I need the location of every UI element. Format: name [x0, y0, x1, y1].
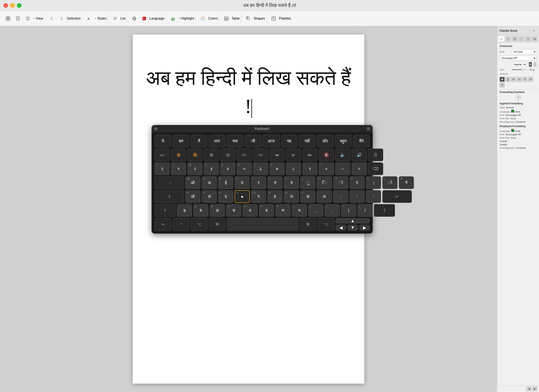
kb-bright-down[interactable]: 🔅	[171, 149, 186, 161]
kb-equals[interactable]: = =	[352, 162, 367, 175]
style-btn-a-super[interactable]: AA	[517, 77, 522, 82]
palette-tab-para[interactable]: ≡	[525, 36, 531, 42]
style-btn-s[interactable]: S	[511, 77, 516, 82]
kb-f[interactable]: Co: ग	[251, 190, 266, 203]
kb-cmd-left[interactable]: ⌘	[209, 218, 226, 231]
kb-caps-extra[interactable]: श ओ	[185, 190, 200, 203]
palette-tab-t[interactable]: T	[505, 36, 511, 42]
kb-suggest-aur[interactable]: और	[317, 135, 334, 147]
kb-f6[interactable]: F6	[253, 149, 268, 161]
kb-bracket-close[interactable]: [ ।	[366, 176, 381, 189]
palette-tab-a[interactable]: A	[498, 36, 505, 42]
kb-arrow-down[interactable]: ▼	[347, 225, 358, 231]
kb-g[interactable]: झ ह	[267, 190, 283, 203]
font-size-slider[interactable]	[512, 69, 529, 70]
kb-m[interactable]: ◌ म	[292, 204, 307, 217]
kb-f5[interactable]: F5	[237, 149, 252, 161]
kb-6[interactable]: ^ ६	[253, 162, 268, 175]
kb-7[interactable]: & ७	[270, 162, 285, 175]
kb-minus[interactable]: – –	[335, 162, 350, 175]
kb-next-track[interactable]: ⏭	[302, 149, 318, 161]
kb-z[interactable]: क्ष ष	[193, 204, 208, 217]
kb-tab[interactable]: →|	[154, 176, 184, 189]
font-name-select[interactable]: Devanagari MT	[500, 56, 536, 60]
palette-tab-grid[interactable]: ⊞	[532, 36, 538, 42]
kb-menu[interactable]: ☰	[368, 149, 383, 161]
italic-toggle-i[interactable]: I	[534, 62, 536, 67]
kb-suggest-yeh[interactable]: यह	[281, 135, 298, 147]
kb-cmd-right[interactable]: ⌘	[299, 218, 316, 231]
kb-suggest-ji[interactable]: जी	[245, 135, 261, 147]
kb-shift-extra[interactable]: ◌ ड	[177, 204, 192, 217]
highlight-btn[interactable]: Aa	[168, 14, 178, 24]
kb-quote[interactable]: ' '	[366, 190, 381, 203]
shapes-btn[interactable]	[244, 14, 253, 24]
palettes-btn[interactable]	[269, 14, 278, 24]
kb-2[interactable]: @ २	[187, 162, 202, 175]
keyboard-close-btn[interactable]: ×	[154, 127, 158, 130]
kb-suggest-main[interactable]: मैं	[191, 135, 207, 147]
style-btn-u[interactable]: U	[505, 77, 510, 82]
kb-arrow-left[interactable]: ◀	[336, 225, 346, 231]
kb-play-pause[interactable]: ⏯	[286, 149, 301, 161]
view-grid-btn[interactable]	[3, 14, 13, 24]
kb-ctrl[interactable]: ^	[173, 218, 189, 231]
kb-e[interactable]: ई ई	[218, 176, 233, 189]
kb-s[interactable]: ध द	[218, 190, 233, 203]
kb-prev-track[interactable]: ⏮	[270, 149, 285, 161]
kb-c[interactable]: च च	[226, 204, 241, 217]
kb-bright-up[interactable]: 🔆	[187, 149, 202, 161]
kb-x[interactable]: छ छ	[210, 204, 225, 217]
kb-5[interactable]: % ५	[237, 162, 252, 175]
kb-j[interactable]: ल क	[300, 190, 315, 203]
kb-return[interactable]: ↵	[382, 190, 412, 203]
highlight-dropdown-arrow[interactable]: ▼	[178, 17, 180, 19]
list-btn[interactable]	[111, 14, 120, 24]
view-mask-btn[interactable]	[23, 14, 32, 24]
kb-bracket-open[interactable]: फ प	[350, 176, 365, 189]
kb-comma[interactable]: < ,	[308, 204, 323, 217]
keyboard-expand-btn[interactable]	[367, 127, 370, 130]
kb-alt-left[interactable]: ⌥	[191, 218, 208, 231]
minimize-button[interactable]	[10, 3, 15, 8]
kb-k[interactable]: : ल	[317, 190, 332, 203]
colors-btn[interactable]	[198, 14, 207, 24]
palette-nav-left[interactable]: ◀	[526, 387, 531, 391]
kb-o[interactable]: ि ि	[317, 176, 332, 189]
kb-shift-right[interactable]: ⇧	[374, 204, 395, 217]
close-button[interactable]	[3, 3, 8, 8]
styles-dropdown-arrow[interactable]: ▼	[95, 17, 97, 19]
kb-1[interactable]: ! १	[171, 162, 186, 175]
kb-w[interactable]: अ अ	[202, 176, 217, 189]
language-globe-btn[interactable]	[130, 14, 139, 24]
kb-v[interactable]: भ व	[243, 204, 258, 217]
kb-8[interactable]: * ८	[286, 162, 301, 175]
palette-close-btn[interactable]: ×	[532, 28, 536, 33]
table-btn[interactable]	[222, 14, 231, 24]
kb-alt-right[interactable]: ⌥	[318, 218, 334, 231]
kb-suggest-maine[interactable]: मैंने	[353, 135, 370, 147]
style-btn-cp[interactable]: Cp	[528, 77, 533, 82]
kb-i[interactable]: ु ु	[300, 176, 315, 189]
kb-p[interactable]: ो ो	[333, 176, 348, 189]
kb-space[interactable]	[227, 218, 298, 231]
font-style-select[interactable]: Regular	[512, 62, 526, 67]
kb-b[interactable]: ण ब	[259, 204, 274, 217]
kb-y[interactable]: त त	[267, 176, 283, 189]
kb-backslash[interactable]: ] ो	[382, 176, 398, 189]
kb-vol-down[interactable]: 🔈	[335, 149, 350, 161]
language-flag-btn[interactable]: भा	[140, 14, 149, 24]
kb-t[interactable]: र र	[251, 176, 266, 189]
style-btn-h[interactable]: H	[500, 82, 505, 88]
style-btn-a-sub[interactable]: Aa	[522, 77, 527, 82]
palette-nav-right[interactable]: ▶	[532, 387, 537, 391]
prev-btn[interactable]	[47, 14, 56, 24]
font-family-select[interactable]: All Fonts	[512, 49, 536, 54]
kb-9[interactable]: ( ९	[302, 162, 318, 175]
kb-slash[interactable]: / /	[357, 204, 373, 217]
kb-arrow-right[interactable]: ▶	[359, 225, 370, 231]
kb-u[interactable]: य य	[284, 176, 299, 189]
next-btn[interactable]	[57, 14, 66, 24]
kb-fn[interactable]: fn	[154, 218, 171, 231]
kb-period[interactable]: > .	[325, 204, 340, 217]
